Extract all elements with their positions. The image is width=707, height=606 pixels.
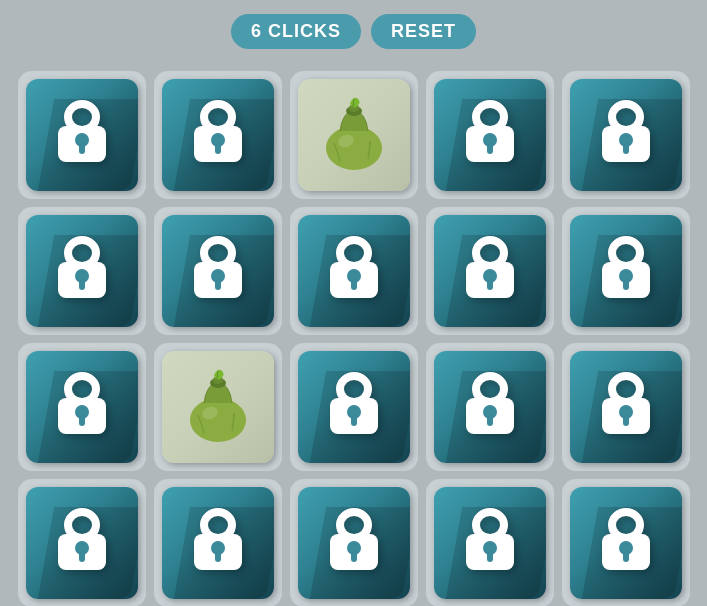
bag-tile [162,351,274,463]
grid-cell-4[interactable] [562,71,690,199]
svg-rect-16 [487,144,493,154]
grid-cell-1[interactable] [154,71,282,199]
grid-cell-12[interactable] [290,343,418,471]
bag-icon [182,365,254,449]
svg-rect-32 [351,280,357,290]
grid-cell-10[interactable] [18,343,146,471]
lock-tile [298,351,410,463]
lock-icon [458,234,522,308]
lock-tile [434,487,546,599]
svg-rect-73 [351,552,357,562]
lock-icon [594,506,658,580]
lock-icon [322,506,386,580]
lock-tile [26,351,138,463]
top-bar: 6 CLICKS RESET [231,14,476,49]
lock-icon [458,370,522,444]
grid-cell-19[interactable] [562,479,690,606]
lock-tile [298,215,410,327]
lock-tile [162,487,274,599]
lock-icon [322,234,386,308]
lock-tile [570,487,682,599]
clicks-button[interactable]: 6 CLICKS [231,14,361,49]
lock-icon [50,370,114,444]
grid-cell-3[interactable] [426,71,554,199]
lock-icon [458,98,522,172]
lock-tile [26,79,138,191]
grid-cell-14[interactable] [562,343,690,471]
bag-icon [318,93,390,177]
lock-icon [458,506,522,580]
lock-tile [434,79,546,191]
lock-tile [162,215,274,327]
lock-icon [594,98,658,172]
lock-icon [322,370,386,444]
grid-cell-7[interactable] [290,207,418,335]
lock-tile [570,215,682,327]
lock-tile [26,487,138,599]
game-grid [10,63,698,606]
lock-tile [570,351,682,463]
lock-tile [434,351,546,463]
svg-rect-69 [215,552,221,562]
svg-point-8 [326,126,382,170]
grid-cell-17[interactable] [290,479,418,606]
svg-rect-24 [79,280,85,290]
svg-rect-36 [487,280,493,290]
grid-cell-0[interactable] [18,71,146,199]
lock-icon [186,234,250,308]
svg-rect-3 [79,144,85,154]
svg-rect-28 [215,280,221,290]
grid-cell-11[interactable] [154,343,282,471]
lock-tile [162,79,274,191]
svg-point-45 [190,398,246,442]
grid-cell-18[interactable] [426,479,554,606]
lock-icon [50,98,114,172]
svg-rect-7 [215,144,221,154]
svg-rect-81 [623,552,629,562]
svg-rect-61 [623,416,629,426]
lock-tile [26,215,138,327]
lock-tile [434,215,546,327]
lock-icon [594,234,658,308]
grid-cell-2[interactable] [290,71,418,199]
grid-cell-9[interactable] [562,207,690,335]
lock-icon [186,98,250,172]
svg-rect-77 [487,552,493,562]
svg-rect-57 [487,416,493,426]
svg-rect-53 [351,416,357,426]
svg-rect-40 [623,280,629,290]
grid-cell-15[interactable] [18,479,146,606]
lock-icon [50,234,114,308]
lock-tile [298,487,410,599]
lock-icon [594,370,658,444]
reset-button[interactable]: RESET [371,14,476,49]
lock-tile [570,79,682,191]
grid-cell-13[interactable] [426,343,554,471]
grid-cell-5[interactable] [18,207,146,335]
bag-tile [298,79,410,191]
svg-rect-44 [79,416,85,426]
lock-icon [50,506,114,580]
grid-cell-8[interactable] [426,207,554,335]
svg-rect-65 [79,552,85,562]
grid-cell-6[interactable] [154,207,282,335]
svg-rect-20 [623,144,629,154]
lock-icon [186,506,250,580]
grid-cell-16[interactable] [154,479,282,606]
